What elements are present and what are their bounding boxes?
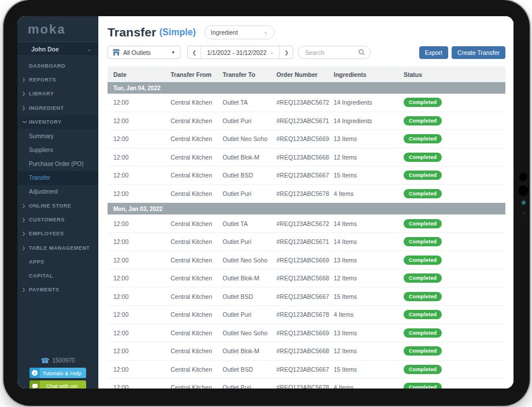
sidebar-subitem-transfer[interactable]: Transfer [17, 171, 98, 185]
table-row[interactable]: 12:00Central KitchenOutlet Puri#REQ123AB… [108, 112, 505, 131]
cell-transfer-to: Outlet Puri [223, 384, 276, 388]
sidebar-item-capital[interactable]: CAPITAL [17, 269, 98, 283]
cell-transfer-to: Outlet TA [223, 220, 276, 227]
transfer-type-dropdown[interactable]: Ingredient ⌄ [204, 25, 275, 39]
table-row[interactable]: 12:00Central KitchenOutlet BSD#REQ123ABC… [108, 287, 505, 306]
previous-period-button[interactable]: ❮ [188, 46, 201, 58]
table-row[interactable]: 12:00Central KitchenOutlet TA#REQ123ABC5… [108, 94, 505, 112]
cell-date: 12:00 [113, 311, 171, 318]
sidebar-item-label: PAYMENTS [29, 287, 60, 293]
sidebar-subitem-adjustment[interactable]: Adjustment [17, 185, 98, 199]
cell-date: 12:00 [113, 220, 171, 227]
cell-date: 12:00 [113, 172, 171, 179]
next-period-button[interactable]: ❯ [280, 46, 293, 58]
outlet-dropdown[interactable]: All Outlets ▼ [108, 46, 180, 59]
chevron-down-icon: ❯ [23, 120, 27, 127]
date-range-dropdown[interactable]: 1/1/2022 - 31/12/2022 ⌄ [201, 46, 280, 58]
cell-order-number: #REQ123ABC5669 [276, 330, 334, 336]
table-row[interactable]: 12:00Central KitchenOutlet Neo Soho#REQ1… [108, 130, 505, 149]
cell-transfer-to: Outlet TA [223, 99, 276, 106]
sidebar-item-ingredient[interactable]: ❯INGREDIENT [17, 101, 98, 115]
sidebar-item-library[interactable]: ❯LIBRARY [17, 87, 98, 101]
cell-transfer-to: Outlet BSD [223, 366, 276, 373]
cell-ingredients: 14 Items [334, 238, 404, 245]
sidebar-item-label: INVENTORY [29, 119, 62, 125]
cell-status: Completed [404, 383, 505, 388]
user-menu[interactable]: John Doe ⌄ [17, 42, 98, 56]
sidebar-item-dashboard[interactable]: DASHBOARD [17, 59, 98, 73]
cell-status: Completed [404, 310, 505, 319]
sidebar-subitem-purchase-order-po[interactable]: Purchase Order (PO) [17, 157, 98, 171]
cell-date: 12:00 [113, 190, 171, 197]
chevron-right-icon: ❯ [22, 91, 29, 96]
sidebar-subitem-suppliers[interactable]: Suppliers [17, 143, 98, 157]
chevron-down-icon: ⌄ [264, 29, 268, 35]
table-row[interactable]: 12:00Central KitchenOutlet TA#REQ123ABC5… [108, 214, 505, 233]
cell-transfer-to: Outlet Puri [223, 311, 276, 318]
sidebar-item-inventory[interactable]: ❯INVENTORY [17, 115, 98, 129]
table-row[interactable]: 12:00Central KitchenOutlet BSD#REQ123ABC… [108, 166, 505, 185]
cell-transfer-to: Outlet Puri [223, 238, 276, 245]
tutorials-help-button[interactable]: i Tutorials & Help [29, 368, 86, 378]
user-name: John Doe [31, 46, 59, 53]
table-row[interactable]: 12:00Central KitchenOutlet Puri#REQ123AB… [108, 233, 505, 251]
sidebar-subitem-summary[interactable]: Summary [17, 129, 98, 143]
status-badge: Completed [404, 310, 442, 319]
cell-ingredients: 13 Items [334, 135, 404, 142]
cell-transfer-to: Outlet Blok-M [223, 154, 276, 161]
status-badge: Completed [404, 171, 442, 180]
cell-transfer-from: Central Kitchen [171, 257, 223, 264]
chat-with-us-button[interactable]: Chat with us! [29, 380, 86, 388]
cell-order-number: #REQ123ABC5669 [276, 257, 334, 264]
status-badge: Completed [404, 98, 442, 107]
cell-transfer-from: Central Kitchen [171, 275, 223, 282]
cell-status: Completed [404, 273, 505, 283]
table-row[interactable]: 12:00Central KitchenOutlet Blok-M#REQ123… [108, 149, 505, 167]
bezel-camera-dot [519, 173, 527, 181]
bezel-sensor-dot [522, 201, 526, 205]
create-transfer-button[interactable]: Create Transfer [452, 46, 505, 59]
status-badge: Completed [404, 134, 442, 143]
table-row[interactable]: 12:00Central KitchenOutlet Puri#REQ123AB… [108, 306, 505, 324]
cell-ingredients: 12 Items [334, 154, 404, 161]
table-row[interactable]: 12:00Central KitchenOutlet Neo Soho#REQ1… [108, 324, 505, 343]
table-row[interactable]: 12:00Central KitchenOutlet Neo Soho#REQ1… [108, 251, 505, 269]
col-order-number: Order Number [276, 71, 334, 78]
table-header: Date Transfer From Transfer To Order Num… [108, 66, 505, 82]
sidebar-item-reports[interactable]: ❯REPORTS [17, 73, 98, 87]
status-badge: Completed [404, 116, 442, 125]
status-badge: Completed [404, 328, 442, 338]
sidebar-item-employees[interactable]: ❯EMPLOYEES [17, 227, 98, 240]
cell-status: Completed [404, 171, 505, 180]
sidebar-item-apps[interactable]: APPS [17, 255, 98, 269]
col-transfer-from: Transfer From [171, 71, 223, 78]
sidebar-item-customers[interactable]: ❯CUSTOMERS [17, 213, 98, 227]
table-row[interactable]: 12:00Central KitchenOutlet BSD#REQ123ABC… [108, 361, 505, 379]
cell-status: Completed [404, 134, 505, 143]
cell-transfer-to: Outlet Neo Soho [223, 257, 276, 264]
cell-date: 12:00 [113, 135, 171, 142]
table-row[interactable]: 12:00Central KitchenOutlet Blok-M#REQ123… [108, 269, 505, 288]
cell-order-number: #REQ123ABC5667 [276, 293, 334, 300]
sidebar-item-label: CAPITAL [29, 273, 53, 279]
export-button[interactable]: Export [419, 46, 448, 59]
cell-order-number: #REQ123ABC5678 [276, 190, 334, 197]
phone-icon: ☎ [41, 358, 50, 364]
cell-status: Completed [404, 346, 505, 356]
table-group-date: Mon, Jan 03, 2022 [108, 203, 505, 214]
table-row[interactable]: 12:00Central KitchenOutlet Blok-M#REQ123… [108, 342, 505, 361]
cell-status: Completed [404, 98, 505, 107]
table-row[interactable]: 12:00Central KitchenOutlet Puri#REQ123AB… [108, 379, 505, 388]
action-buttons: Export Create Transfer [419, 46, 505, 59]
sidebar-item-label: ONLINE STORE [29, 203, 71, 209]
status-badge: Completed [404, 153, 442, 162]
sidebar-item-table-management[interactable]: ❯TABLE MANAGEMENT [17, 240, 98, 254]
cell-date: 12:00 [113, 257, 171, 264]
cell-date: 12:00 [113, 275, 171, 282]
search-input[interactable] [304, 49, 346, 57]
sidebar-item-online-store[interactable]: ❯ONLINE STORE [17, 199, 98, 213]
cell-transfer-to: Outlet Blok-M [223, 347, 276, 354]
table-row[interactable]: 12:00Central KitchenOutlet Puri#REQ123AB… [108, 185, 505, 204]
chevron-down-icon: ⌄ [270, 50, 274, 55]
sidebar-item-payments[interactable]: ❯PAYMENTS [17, 283, 98, 297]
